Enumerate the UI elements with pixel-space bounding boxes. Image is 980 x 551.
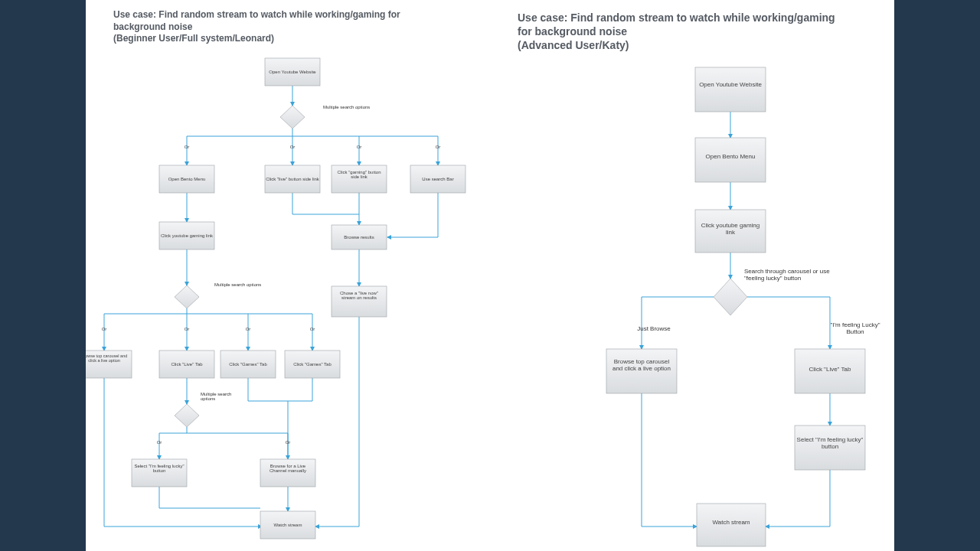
node-c2-label: Click "Live" Tab [171, 362, 203, 367]
decision-2 [175, 285, 199, 308]
node-c4-label: Click "Games" Tab [293, 362, 332, 367]
node-n3-label: Browse results [344, 235, 374, 240]
decision-2-label: Multiple search options [214, 282, 261, 287]
node-r6-label: Select "I'm feeling lucky" button [796, 436, 864, 450]
node-c1-label: Browse top carousel and click a live opt… [86, 354, 130, 363]
branch-right-label: "I'm feeling Lucky" Button [821, 321, 890, 335]
or-7: Or [246, 327, 251, 331]
branch-left-label: Just Browse [637, 325, 671, 332]
decision-r-label: Search through carousel or use "feeling … [744, 268, 836, 282]
decision-3 [175, 404, 199, 427]
node-b3-label: Click "gaming" button side link [333, 170, 385, 179]
node-r4-label: Browse top carousel and click a live opt… [608, 358, 675, 372]
or-10: Or [286, 440, 291, 445]
or-4: Or [436, 145, 441, 149]
node-r2-label: Open Bento Menu [697, 153, 764, 160]
node-b2-label: Click "live" button side link [266, 177, 320, 181]
flowchart-left-svg: Open Youtube Website Multiple search opt… [86, 0, 499, 551]
decision-1-label: Multiple search options [323, 105, 370, 109]
node-d1-label: Select "I'm feeling lucky" button [133, 464, 185, 473]
node-b4-label: Use search Bar [422, 177, 453, 181]
or-9: Or [157, 440, 162, 445]
decision-3-label: Multiple search options [201, 392, 247, 401]
or-5: Or [102, 327, 107, 331]
flowchart-right-svg: Open Youtube Website Open Bento Menu Cli… [499, 0, 894, 551]
or-3: Or [357, 145, 362, 149]
node-r3-label: Click youtube gaming link [697, 222, 764, 236]
decision-1 [280, 106, 305, 129]
flowchart-left-panel: Use case: Find random stream to watch wh… [86, 0, 499, 551]
node-rfinal-label: Watch stream [698, 519, 764, 526]
node-open-youtube-label: Open Youtube Website [269, 70, 316, 74]
or-6: Or [185, 327, 190, 331]
node-r1-label: Open Youtube Website [697, 81, 764, 88]
or-8: Or [310, 327, 315, 331]
node-final-label: Watch stream [274, 523, 302, 527]
decision-r [714, 279, 747, 315]
node-c3-label: Click "Games" Tab [229, 362, 267, 367]
or-2: Or [290, 145, 296, 149]
node-r5-label: Click "Live" Tab [796, 366, 864, 373]
node-d2-label: Browse for a Live Channel manually [262, 464, 314, 473]
flowchart-right-panel: Use case: Find random stream to watch wh… [499, 0, 894, 551]
node-n4-label: Chose a "live now" stream on results [333, 291, 385, 300]
node-n2-label: Click youtube gaming link [161, 233, 214, 238]
node-b1-label: Open Bento Menu [168, 177, 206, 181]
or-1: Or [185, 145, 190, 149]
